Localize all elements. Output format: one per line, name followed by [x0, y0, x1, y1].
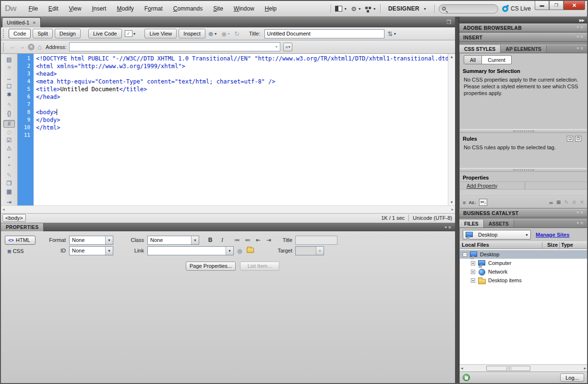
panel-menu-icon[interactable]: ▼≡	[576, 24, 587, 31]
connect-to-remote-icon[interactable]	[463, 374, 470, 381]
open-documents-icon[interactable]: ▤	[3, 56, 15, 63]
code-line-2[interactable]: <html xmlns="http://www.w3.org/1999/xhtm…	[36, 62, 448, 70]
section-splitter[interactable]	[460, 129, 587, 133]
current-mode-button[interactable]: Current	[482, 55, 512, 64]
menu-window[interactable]: Window	[229, 3, 259, 14]
minimize-button[interactable]: ▬	[535, 1, 549, 10]
indent-code-icon[interactable]: ⇥	[3, 198, 15, 205]
manage-sites-link[interactable]: Manage Sites	[536, 232, 569, 238]
code-view-button[interactable]: Code	[9, 29, 31, 38]
code-line-8[interactable]: <body>	[36, 108, 448, 116]
tree-row-computer[interactable]: +Computer	[460, 259, 587, 267]
new-css-rule-icon[interactable]: ⊞	[556, 199, 561, 205]
id-dropdown[interactable]: None	[69, 246, 113, 255]
balance-braces-icon[interactable]: {}	[3, 109, 15, 117]
html-mode-button[interactable]: <>HTML	[5, 236, 36, 245]
bold-button[interactable]: B	[205, 236, 216, 245]
show-list-icon[interactable]: ❐	[575, 136, 581, 142]
business-catalyst-panel-bar[interactable]: BUSINESS CATALYST ▼≡	[459, 209, 587, 217]
format-dropdown[interactable]: None	[69, 236, 113, 245]
point-to-file-icon[interactable]: ◎	[237, 248, 242, 254]
search-box[interactable]	[439, 4, 498, 13]
link-combo[interactable]	[147, 246, 234, 255]
menu-modify[interactable]: Modify	[112, 3, 138, 14]
panel-menu-icon[interactable]: ▼≡	[444, 225, 455, 231]
move-css-rules-icon[interactable]: ▦	[3, 188, 15, 195]
body-tag-button[interactable]: <body>	[2, 214, 26, 222]
workspace-switcher[interactable]: DESIGNER▼	[384, 4, 431, 13]
check-browser-compatibility-icon[interactable]: ✓▼	[124, 30, 137, 37]
design-view-button[interactable]: Design	[55, 29, 81, 38]
section-splitter[interactable]	[460, 168, 587, 172]
tab-untitled-1[interactable]: Untitled-1 ×	[2, 17, 41, 27]
collapse-full-tag-icon[interactable]: ↔	[3, 74, 15, 82]
tree-row-desktop[interactable]: -Desktop	[460, 250, 587, 259]
expand-all-icon[interactable]: ✱	[3, 91, 15, 98]
syntax-error-alerts-icon[interactable]: ☑	[3, 136, 15, 144]
code-line-7[interactable]	[36, 101, 448, 108]
document-title-input[interactable]	[264, 29, 384, 38]
column-local-files[interactable]: Local Files	[460, 242, 542, 249]
tab-css-styles[interactable]: CSS STYLES	[459, 45, 501, 53]
stop-icon[interactable]: ✕	[28, 44, 35, 50]
cascade-windows-icon[interactable]: ❐	[446, 19, 451, 25]
category-view-icon[interactable]: ≡	[463, 200, 466, 205]
css-mode-button[interactable]: ▦CSS	[5, 247, 36, 256]
search-input[interactable]	[448, 6, 491, 12]
code-line-5[interactable]: <title>Untitled Document</title>	[36, 85, 448, 93]
page-properties-button[interactable]: Page Properties...	[186, 262, 236, 271]
tree-row-desktop-items[interactable]: +Desktop items	[460, 276, 587, 285]
expand-icon[interactable]: +	[471, 278, 475, 283]
tab-ap-elements[interactable]: AP ELEMENTS	[501, 45, 546, 53]
close-button[interactable]: ✕	[564, 1, 585, 10]
workspace-layout-icon[interactable]: ▼	[335, 6, 347, 12]
outdent-icon[interactable]: ⇤	[253, 236, 263, 245]
extend-gear-icon[interactable]: ⚙▼	[351, 5, 361, 12]
code-line-4[interactable]: <meta http-equiv="Content-Type" content=…	[36, 78, 448, 85]
cs-live[interactable]: CS Live	[502, 5, 531, 12]
site-transfer-icon[interactable]: ▼	[365, 6, 376, 12]
code-line-10[interactable]: </html>	[36, 124, 448, 132]
add-property-link[interactable]: Add Property	[467, 183, 497, 189]
code-warning-icon[interactable]: ⚠	[3, 144, 15, 152]
site-dropdown[interactable]: Desktop	[463, 230, 531, 240]
class-dropdown[interactable]: None	[147, 236, 199, 245]
tab-close-icon[interactable]: ×	[33, 20, 36, 25]
apply-comment-icon[interactable]: “	[3, 155, 15, 163]
vertical-scrollbar[interactable]: ▲▼	[448, 54, 455, 205]
panel-menu-icon[interactable]: ▼≡	[576, 45, 587, 53]
menu-file[interactable]: File	[24, 3, 43, 14]
tree-row-network[interactable]: +Network	[460, 267, 587, 276]
insert-panel-bar[interactable]: INSERT ▼≡	[459, 33, 587, 42]
panel-menu-icon[interactable]: ▼≡	[576, 34, 587, 41]
menu-insert[interactable]: Insert	[87, 3, 111, 14]
menu-edit[interactable]: Edit	[44, 3, 63, 14]
menu-help[interactable]: Help	[260, 3, 282, 14]
collapse-selection-icon[interactable]: ☐	[3, 83, 15, 90]
split-view-button[interactable]: Split	[33, 29, 52, 38]
recent-snippets-icon[interactable]: ❐	[3, 180, 15, 187]
show-cascade-icon[interactable]: ❏	[567, 136, 573, 142]
live-view-options-icon[interactable]: ≡▼	[283, 43, 292, 51]
menu-commands[interactable]: Commands	[168, 3, 207, 14]
browse-folder-icon[interactable]	[247, 248, 254, 253]
unordered-list-icon[interactable]: ≔	[232, 236, 242, 245]
menu-format[interactable]: Format	[140, 3, 168, 14]
collapse-to-icons-bar[interactable]: ▶▶	[459, 17, 587, 24]
properties-panel-tab[interactable]: PROPERTIES	[1, 223, 44, 231]
forward-icon[interactable]: →	[19, 43, 25, 50]
file-management-icon[interactable]: ⇅▼	[386, 30, 397, 37]
line-numbers-icon[interactable]: #	[3, 120, 15, 128]
column-size[interactable]: Size	[542, 242, 559, 249]
remove-comment-icon[interactable]: ”	[3, 163, 15, 171]
code-line-9[interactable]: </body>	[36, 116, 448, 124]
ordered-list-icon[interactable]: ≕	[243, 236, 252, 245]
tab-assets[interactable]: ASSETS	[484, 220, 514, 228]
home-icon[interactable]: ⌂	[37, 43, 42, 51]
live-code-button[interactable]: Live Code	[88, 29, 122, 38]
address-input[interactable]: ▼	[69, 42, 280, 51]
code-line-3[interactable]: <head>	[36, 70, 448, 78]
code-line-11[interactable]	[36, 132, 448, 139]
menu-site[interactable]: Site	[208, 3, 228, 14]
expand-icon[interactable]: +	[471, 270, 475, 274]
